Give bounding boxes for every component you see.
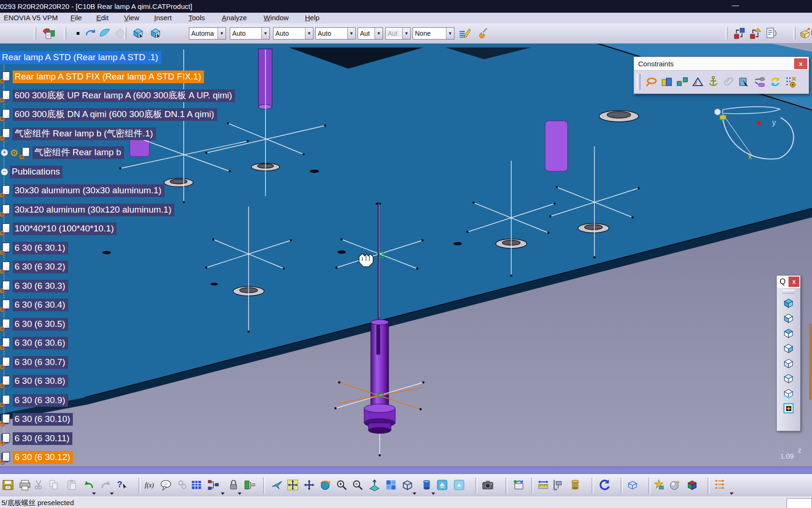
mode-dropdown-4[interactable]: Auto▼ — [315, 27, 356, 40]
save-icon[interactable] — [2, 479, 15, 492]
reuse-pattern-icon[interactable] — [783, 75, 798, 89]
formula-icon[interactable]: f(x) — [145, 479, 158, 492]
tree-item-630-4[interactable]: 6 30 (6 30.4) — [0, 299, 68, 311]
quick-constraint-icon[interactable] — [736, 75, 752, 89]
no-show-space-icon[interactable] — [453, 479, 466, 492]
undo-icon[interactable] — [82, 479, 95, 492]
menu-file[interactable]: File — [70, 14, 82, 22]
lock-dropdown-arrow[interactable] — [238, 492, 242, 495]
tree-item-root[interactable]: Rear lamp A STD (Rear lamp A STD .1) — [0, 51, 161, 64]
left-view-cube-icon[interactable] — [777, 356, 800, 371]
menu-view[interactable]: View — [124, 14, 139, 22]
menu-help[interactable]: Help — [305, 14, 320, 22]
open-box-icon[interactable] — [799, 27, 812, 40]
tree-item-630-7[interactable]: 6 30 (6 30.7) — [0, 356, 68, 369]
angle-constraint-icon[interactable] — [690, 75, 705, 89]
tree-item-630-2[interactable]: 6 30 (6 30.2) — [0, 261, 68, 273]
anchor-constraint-icon[interactable] — [705, 75, 721, 89]
normal-view-icon[interactable] — [368, 479, 382, 492]
walk-mode-icon[interactable] — [512, 479, 525, 492]
mode-dropdown-2[interactable]: Auto▼ — [230, 27, 270, 40]
grid-snap-icon[interactable] — [714, 479, 727, 492]
contact-constraint-icon[interactable] — [659, 75, 674, 89]
measure-inertia-icon[interactable] — [569, 479, 582, 492]
catalog-browser-icon[interactable] — [653, 479, 666, 492]
panel-drag-handle[interactable] — [782, 290, 795, 294]
hide-show-icon[interactable] — [421, 479, 434, 492]
purple-part-right[interactable] — [545, 121, 568, 171]
mode-dropdown-1[interactable]: Automa▼ — [189, 27, 226, 40]
tree-item-30x30[interactable]: 30x30 aluminum (30x30 aluminum.1) — [0, 184, 164, 197]
customize-quick-view-icon[interactable] — [777, 401, 800, 416]
tree-item-qimi-1[interactable]: 气密组件 Rear lamp b (气密组件.1) — [0, 127, 156, 140]
tree-item-630-11[interactable]: 6 30 (6 30.11) — [0, 432, 72, 445]
toolbar-grip[interactable] — [34, 27, 36, 40]
menu-analyze[interactable]: Analyze — [222, 14, 247, 22]
view-dropdown-arrow[interactable] — [413, 492, 416, 495]
close-icon[interactable]: x — [794, 58, 807, 69]
refresh-icon[interactable] — [599, 479, 612, 492]
offset-constraint-icon[interactable] — [674, 75, 690, 89]
examine-mode-icon[interactable] — [132, 27, 145, 40]
tree-item-30x120[interactable]: 30x120 aluminum (30x120 aluminum.1) — [0, 204, 174, 216]
toolbar-grip[interactable] — [793, 27, 796, 40]
hide-show-dropdown-arrow[interactable] — [431, 492, 435, 495]
expander-minus-icon[interactable]: − — [1, 168, 8, 175]
redo-dropdown-arrow[interactable] — [110, 492, 114, 495]
fit-all-in-icon[interactable] — [287, 479, 300, 492]
minimize-button[interactable]: — — [729, 1, 742, 9]
design-table-icon[interactable] — [190, 479, 203, 492]
tree-item-qimi-b[interactable]: + ⚙ 气密组件 Rear lamp b — [1, 146, 124, 159]
paint-brush-icon[interactable] — [476, 27, 489, 40]
mode-dropdown-5[interactable]: Aut▼ — [358, 27, 383, 40]
parameters-icon[interactable]: }= — [244, 479, 257, 492]
catalog-sail-icon[interactable] — [98, 27, 111, 40]
menu-window[interactable]: Window — [264, 14, 289, 22]
measure-between-icon[interactable] — [537, 479, 550, 492]
apply-material-icon[interactable] — [686, 479, 699, 492]
iso-view-cube-icon[interactable] — [777, 295, 800, 310]
tree-item-fix[interactable]: Rear lamp A STD FIX (Rear lamp A STD FIX… — [0, 71, 204, 83]
menu-enovia[interactable]: ENOVIA V5 VPM — [4, 14, 58, 22]
tree-item-630-3[interactable]: 6 30 (6 30.3) — [0, 280, 68, 293]
undo-curve-icon[interactable] — [85, 27, 98, 40]
menu-tools[interactable]: Tools — [188, 14, 205, 22]
quick-view-titlebar[interactable]: Q x — [777, 276, 800, 288]
tree-item-630-1[interactable]: 6 30 (6 30.1) — [0, 242, 68, 254]
mode-dropdown-7[interactable]: None▼ — [413, 27, 454, 40]
tree-item-630-9[interactable]: 6 30 (6 30.9) — [0, 394, 68, 407]
whats-this-icon[interactable]: ? — [117, 479, 130, 492]
generate-report-icon[interactable] — [765, 27, 778, 40]
comment-icon[interactable] — [160, 479, 173, 492]
mode-dropdown-3[interactable]: Auto▼ — [273, 27, 313, 40]
camera-icon[interactable] — [482, 479, 495, 492]
back-view-cube-icon[interactable] — [777, 371, 800, 386]
tree-item-630-10[interactable]: 6 30 (6 30.10) — [0, 413, 73, 426]
product-structure-icon[interactable] — [207, 479, 220, 492]
undo-dropdown-arrow[interactable] — [92, 492, 96, 495]
examine-mode2-icon[interactable] — [149, 27, 163, 40]
right-view-cube-icon[interactable] — [777, 341, 800, 356]
power-input-field[interactable] — [787, 498, 812, 508]
knowledge-icon[interactable] — [626, 479, 640, 492]
tree-item-630-8[interactable]: 6 30 (6 30.8) — [0, 375, 68, 388]
tree-item-600-300-up[interactable]: 600 300底板 UP Rear lamp A (600 300底板 A UP… — [0, 89, 235, 102]
panel-drag-handle[interactable] — [637, 74, 640, 90]
tree-item-630-6[interactable]: 6 30 (6 30.6) — [0, 337, 68, 349]
fly-mode-icon[interactable] — [271, 479, 284, 492]
update-all-icon[interactable] — [749, 27, 762, 40]
grid-dropdown-arrow[interactable] — [730, 492, 734, 495]
tree-item-630-5[interactable]: 6 30 (6 30.5) — [0, 318, 68, 331]
zoom-out-icon[interactable] — [351, 479, 365, 492]
measure-item-icon[interactable] — [552, 479, 565, 492]
lock-icon[interactable] — [227, 479, 241, 492]
flexible-rigid-icon[interactable] — [752, 75, 767, 89]
top-view-cube-icon[interactable] — [777, 325, 800, 341]
front-view-cube-icon[interactable] — [777, 310, 800, 325]
menu-insert[interactable]: Insert — [154, 14, 172, 22]
toolbar-grip[interactable] — [726, 27, 728, 40]
structure-dropdown-arrow[interactable] — [221, 492, 225, 495]
visible-space-icon[interactable] — [436, 479, 449, 492]
rotate-icon[interactable] — [319, 479, 332, 492]
print-icon[interactable] — [19, 479, 32, 492]
